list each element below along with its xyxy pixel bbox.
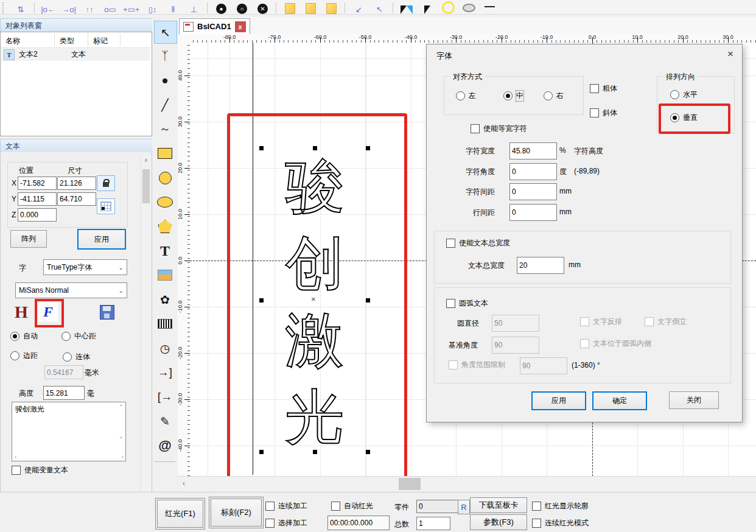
radio-align-left[interactable]: 左 <box>456 91 476 101</box>
height-input[interactable]: 15.281 <box>43 386 85 400</box>
radio-margin[interactable]: 边距 <box>10 351 38 361</box>
canvas-hscrollbar[interactable]: ‹ <box>178 476 756 491</box>
tool-node-edit[interactable]: ᛉ <box>154 45 176 67</box>
total-width-input[interactable]: 20 <box>517 257 564 274</box>
scroll-right-icon[interactable]: › <box>122 453 124 460</box>
z-position-input[interactable]: 0.000 <box>18 208 57 222</box>
scroll-left-icon[interactable]: ‹ <box>15 453 16 460</box>
scroll-left-icon[interactable]: ‹ <box>183 479 185 488</box>
radio-ligature[interactable]: 连体 <box>63 352 90 362</box>
object-row-text2[interactable]: T 文本2 文本 <box>1 48 150 61</box>
x-position-input[interactable]: -71.582 <box>18 177 57 190</box>
auto-red-checkbox[interactable]: 自动红光 <box>331 501 373 511</box>
tool-ellipse[interactable] <box>154 191 176 213</box>
dialog-ok-button[interactable]: 确定 <box>592 391 647 410</box>
column-type[interactable]: 类型 <box>60 36 74 46</box>
panel-scrollbar[interactable]: ∧ ∨ <box>141 156 152 523</box>
angle-limit-input[interactable]: 90 <box>520 357 567 374</box>
char-gap-input[interactable]: 0.54167 <box>44 365 83 379</box>
tool-select[interactable]: ↖ <box>154 21 177 44</box>
char-angle-input[interactable]: 0 <box>509 163 557 180</box>
tool-image[interactable] <box>154 264 176 286</box>
mirror-vertical-icon[interactable] <box>417 2 438 14</box>
mark-button[interactable]: 标刻(F2) <box>211 499 262 527</box>
font-name-select[interactable]: MiSans Normal⌄ <box>15 282 127 298</box>
copy-icon[interactable] <box>279 2 300 14</box>
tab-close-button[interactable]: x <box>235 21 246 32</box>
column-mark[interactable]: 标记 <box>93 36 108 46</box>
hscrollbar-thumb[interactable] <box>399 478 421 490</box>
dialog-close-button[interactable]: 关闭 <box>669 391 719 409</box>
align-left-icon[interactable]: |o← <box>38 2 58 14</box>
selection-handle[interactable] <box>366 450 370 454</box>
radio-align-right[interactable]: 右 <box>544 91 564 101</box>
tool-barcode[interactable] <box>154 313 176 335</box>
part-count-input[interactable]: 0 <box>416 500 459 513</box>
pick-cursor-icon[interactable]: ↖ <box>369 2 390 14</box>
text-content-area[interactable]: 骏创激光 ⌃ ⌄ ‹ › <box>12 402 126 461</box>
radio-align-center[interactable]: 中 <box>503 91 523 101</box>
tool-clipart[interactable]: ✿ <box>154 289 176 310</box>
y-position-input[interactable]: -41.115 <box>18 192 57 206</box>
base-angle-input[interactable]: 90 <box>492 337 539 354</box>
params-button[interactable]: 参数(F3) <box>470 514 527 530</box>
inside-arc-checkbox[interactable]: 文本位于圆弧内侧 <box>580 338 651 349</box>
enable-total-width-checkbox[interactable]: 使能文本总宽度 <box>446 238 510 248</box>
arc-text-checkbox[interactable]: 圆弧文本 <box>446 298 488 309</box>
paste-icon[interactable] <box>300 2 321 14</box>
char-width-input[interactable]: 45.80 <box>509 142 557 159</box>
tool-circle[interactable] <box>154 167 176 189</box>
hard-font-button[interactable]: H <box>12 302 31 322</box>
reverse-text-checkbox[interactable]: 文字反排 <box>580 317 622 327</box>
scrollbar-thumb[interactable] <box>142 169 150 203</box>
align-nodes-icon[interactable]: ⇅ <box>10 2 31 14</box>
tool-delay[interactable]: ◷ <box>154 337 176 359</box>
truetype-font-button[interactable]: F <box>38 303 58 321</box>
lock-aspect-button[interactable] <box>97 175 115 191</box>
selection-handle[interactable] <box>259 450 264 454</box>
reset-count-button[interactable]: R <box>458 500 470 514</box>
tool-text[interactable]: T <box>154 240 176 262</box>
anchor-point-button[interactable] <box>97 198 115 214</box>
selection-handle[interactable] <box>313 146 317 150</box>
array-button[interactable]: 阵列 <box>10 230 47 248</box>
radio-auto[interactable]: 自动 <box>10 331 38 341</box>
rotate-icon[interactable] <box>438 2 458 14</box>
apply-button[interactable]: 应用 <box>77 229 126 250</box>
red-light-button[interactable]: 红光(F1) <box>157 500 203 528</box>
align-top-icon[interactable]: ↑↑ <box>79 2 100 14</box>
center-horizontal-icon[interactable]: +▭+ <box>121 2 142 14</box>
show-eye-icon[interactable] <box>458 2 479 14</box>
selective-checkbox[interactable]: 选择加工 <box>265 518 307 528</box>
undo-arrow-icon[interactable]: ↙ <box>348 2 369 14</box>
tool-curve[interactable]: ～ <box>154 118 176 140</box>
tool-pen[interactable]: ✎ <box>154 410 176 432</box>
invert-text-checkbox[interactable]: 文字倒立 <box>645 317 687 327</box>
radio-center-dist[interactable]: 中心距 <box>61 331 96 341</box>
scroll-up-icon[interactable]: ⌃ <box>119 404 124 410</box>
distribute-vertical-icon[interactable]: ⊥ <box>183 2 204 14</box>
group-icon[interactable]: ● <box>211 2 231 14</box>
selection-handle[interactable] <box>259 298 264 303</box>
x-size-input[interactable]: 21.126 <box>57 177 96 190</box>
download-board-button[interactable]: 下载至板卡 <box>470 497 527 513</box>
angle-limit-checkbox[interactable]: 角度范围限制 <box>449 360 505 370</box>
selection-handle[interactable] <box>366 298 370 303</box>
continuous-red-checkbox[interactable]: 连续红光模式 <box>532 518 589 528</box>
char-space-input[interactable]: 0 <box>509 183 557 200</box>
radio-vertical[interactable]: 垂直 <box>670 113 698 123</box>
bold-checkbox[interactable]: 粗体 <box>590 83 617 94</box>
dialog-apply-button[interactable]: 应用 <box>531 391 586 410</box>
save-font-button[interactable] <box>97 302 117 322</box>
selection-handle[interactable] <box>313 450 317 454</box>
red-outline-checkbox[interactable]: 红光显示轮廓 <box>532 501 589 511</box>
scroll-down-icon[interactable]: ⌄ <box>119 433 124 439</box>
align-bottom-icon[interactable]: o▭ <box>100 2 121 14</box>
tool-polygon[interactable] <box>154 215 176 237</box>
scrollbar-up-icon[interactable]: ∧ <box>141 157 151 163</box>
total-count-input[interactable]: 1 <box>416 517 450 530</box>
column-name[interactable]: 名称 <box>5 36 20 46</box>
duplicate-icon[interactable] <box>321 2 341 14</box>
enable-variable-text-checkbox[interactable]: 使能变量文本 <box>12 465 68 475</box>
tab-bsicad1[interactable]: BsICAD1 x <box>179 18 250 34</box>
